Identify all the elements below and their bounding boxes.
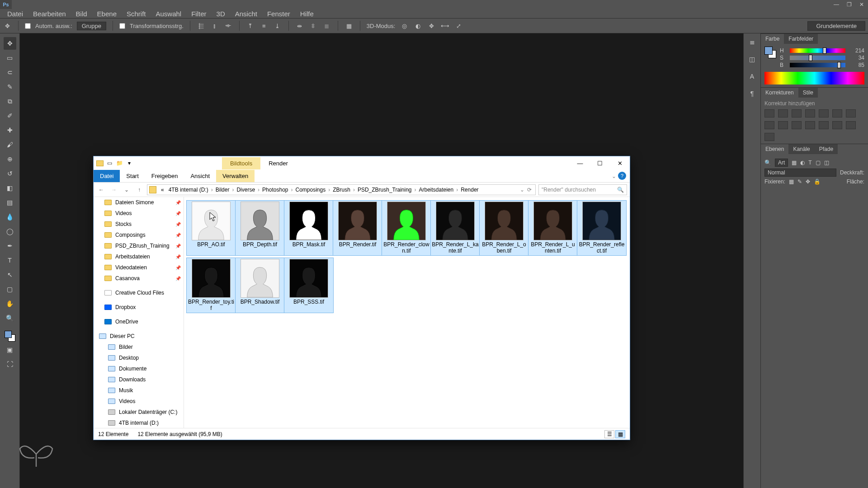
filter-text-icon[interactable]: T xyxy=(808,160,811,166)
lasso-tool[interactable]: ⊂ xyxy=(4,66,16,79)
filter-pixel-icon[interactable]: ▦ xyxy=(792,160,797,166)
menu-ansicht[interactable]: Ansicht xyxy=(231,9,262,19)
filter-smart-icon[interactable]: ◫ xyxy=(824,160,829,166)
explorer-titlebar[interactable]: ▭ 📁 ▾ Bildtools Render — ☐ ✕ xyxy=(94,156,630,170)
menu-3d[interactable]: 3D xyxy=(212,9,230,19)
lock-pos-icon[interactable]: ✥ xyxy=(806,178,810,185)
hue-slider[interactable] xyxy=(790,48,845,53)
help-icon[interactable]: ? xyxy=(618,172,626,180)
filter-shape-icon[interactable]: ▢ xyxy=(816,160,821,166)
shape-tool[interactable]: ▢ xyxy=(4,283,16,296)
eyedropper-tool[interactable]: ✐ xyxy=(4,109,16,122)
nav-pc-item[interactable]: Bilder xyxy=(94,342,184,352)
ribbon-tab-start[interactable]: Start xyxy=(120,170,145,182)
adj-poster-icon[interactable] xyxy=(819,121,829,129)
breadcrumb-dropdown-icon[interactable]: ⌄ xyxy=(520,187,524,193)
breadcrumb-drive[interactable]: 4TB internal (D:) xyxy=(167,187,210,193)
tab-pfade[interactable]: Pfade xyxy=(815,144,838,154)
align-right-icon[interactable]: ⬲ xyxy=(224,21,233,30)
dodge-tool[interactable]: ◯ xyxy=(4,225,16,238)
3d-scale-icon[interactable]: ⤢ xyxy=(454,21,463,30)
breadcrumb-photoshop[interactable]: Photoshop xyxy=(260,187,290,193)
3d-orbit-icon[interactable]: ◎ xyxy=(400,21,409,30)
3d-roll-icon[interactable]: ◐ xyxy=(413,21,422,30)
adj-invert-icon[interactable] xyxy=(805,121,815,129)
file-thumbnail[interactable]: BPR_SSS.tif xyxy=(284,258,333,313)
3d-pan-icon[interactable]: ✥ xyxy=(427,21,436,30)
adj-brightness-icon[interactable] xyxy=(764,109,774,117)
minimize-icon[interactable]: — xyxy=(830,0,843,9)
3d-slide-icon[interactable]: ⟷ xyxy=(440,21,449,30)
file-thumbnail[interactable]: BPR_Render_toy.tif xyxy=(187,258,236,313)
adj-curves-icon[interactable] xyxy=(792,109,802,117)
close-icon[interactable]: ✕ xyxy=(855,0,868,9)
align-center-h-icon[interactable]: ⫿ xyxy=(210,21,219,30)
clone-tool[interactable]: ⊕ xyxy=(4,153,16,165)
breadcrumb-training[interactable]: PSD_ZBrush_Training xyxy=(356,187,414,193)
nav-quick-item[interactable]: Arbeitsdateien📌 xyxy=(94,251,184,262)
adj-vibrance-icon[interactable] xyxy=(819,109,829,117)
quick-select-tool[interactable]: ✎ xyxy=(4,80,16,93)
ribbon-tab-freigeben[interactable]: Freigeben xyxy=(145,170,184,182)
nav-quick-item[interactable]: Stocks📌 xyxy=(94,219,184,230)
adj-selcolor-icon[interactable] xyxy=(764,133,774,141)
history-brush-tool[interactable]: ↺ xyxy=(4,167,16,180)
ribbon-expand-icon[interactable]: ⌄ xyxy=(612,173,616,179)
file-thumbnail[interactable]: BPR_Render_L_kante.tif xyxy=(431,201,480,255)
view-details-icon[interactable]: ☰ xyxy=(604,430,614,438)
nav-recent-icon[interactable]: ⌄ xyxy=(122,185,132,195)
file-thumbnail[interactable]: BPR_Mask.tif xyxy=(284,201,333,255)
properties-dock-icon[interactable]: ◫ xyxy=(746,53,758,65)
distribute-spacing-icon[interactable]: ⫼ xyxy=(322,21,331,30)
tab-kanaele[interactable]: Kanäle xyxy=(788,144,814,154)
menu-bearbeiten[interactable]: Bearbeiten xyxy=(28,9,71,19)
nav-quick-item[interactable]: Casanova📌 xyxy=(94,273,184,284)
nav-up-icon[interactable]: ↑ xyxy=(134,185,144,195)
nav-quick-item[interactable]: Videos📌 xyxy=(94,208,184,219)
nav-dropbox[interactable]: Dropbox xyxy=(94,302,184,313)
transform-controls-checkbox[interactable] xyxy=(119,23,125,29)
tab-korrekturen[interactable]: Korrekturen xyxy=(761,88,798,98)
ribbon-tab-datei[interactable]: Datei xyxy=(94,170,120,182)
menu-bild[interactable]: Bild xyxy=(71,9,92,19)
lock-trans-icon[interactable]: ▦ xyxy=(789,178,794,185)
tab-stile[interactable]: Stile xyxy=(798,88,818,98)
nav-pc-item[interactable]: 4TB internal (D:) xyxy=(94,418,184,428)
color-picker-swatches[interactable] xyxy=(764,47,776,58)
adj-mixer-icon[interactable] xyxy=(778,121,788,129)
file-thumbnail[interactable]: BPR_Shadow.tif xyxy=(236,258,284,313)
hand-tool[interactable]: ✋ xyxy=(4,297,16,310)
menu-hilfe[interactable]: Hilfe xyxy=(296,9,318,19)
nav-pc-item[interactable]: Downloads xyxy=(94,374,184,385)
file-thumbnail[interactable]: BPR_Render_L_unten.tif xyxy=(528,201,577,255)
adj-hue-icon[interactable] xyxy=(832,109,842,117)
char-dock-icon[interactable]: A xyxy=(746,70,758,82)
adj-photo-icon[interactable] xyxy=(764,121,774,129)
breadcrumb-diverse[interactable]: Diverse xyxy=(235,187,257,193)
adj-exposure-icon[interactable] xyxy=(805,109,815,117)
menu-ebene[interactable]: Ebene xyxy=(93,9,121,19)
auto-select-checkbox[interactable] xyxy=(25,23,31,29)
menu-schrift[interactable]: Schrift xyxy=(122,9,151,19)
adj-lookup-icon[interactable] xyxy=(792,121,802,129)
move-tool[interactable]: ✥ xyxy=(4,37,16,50)
lock-all-icon[interactable]: 🔒 xyxy=(814,178,821,185)
nav-pc-item[interactable]: Dokumente xyxy=(94,363,184,374)
refresh-icon[interactable]: ⟳ xyxy=(525,187,533,193)
menu-filter[interactable]: Filter xyxy=(187,9,211,19)
file-thumbnail[interactable]: BPR_Render_clown.tif xyxy=(382,201,431,255)
marquee-tool[interactable]: ▭ xyxy=(4,52,16,64)
ribbon-tab-ansicht[interactable]: Ansicht xyxy=(184,170,216,182)
nav-back-icon[interactable]: ← xyxy=(96,185,106,195)
file-thumbnail[interactable]: BPR_Render.tif xyxy=(333,201,382,255)
search-box[interactable]: "Render" durchsuchen 🔍 xyxy=(538,184,627,195)
explorer-file-grid[interactable]: BPR_AO.tifBPR_Depth.tifBPR_Mask.tifBPR_R… xyxy=(184,197,630,428)
maximize-icon[interactable]: ❐ xyxy=(843,0,855,9)
nav-quick-item[interactable]: Composings📌 xyxy=(94,230,184,240)
spectrum-bar[interactable] xyxy=(764,72,864,84)
explorer-nav-pane[interactable]: Dateien Simone📌Videos📌Stocks📌Composings📌… xyxy=(94,197,184,428)
breadcrumb-zbrush[interactable]: ZBrush xyxy=(331,187,352,193)
preset-combo[interactable]: Grundelemente xyxy=(807,21,865,31)
breadcrumb-bilder[interactable]: Bilder xyxy=(214,187,231,193)
auto-select-combo[interactable]: Gruppe xyxy=(77,22,106,30)
